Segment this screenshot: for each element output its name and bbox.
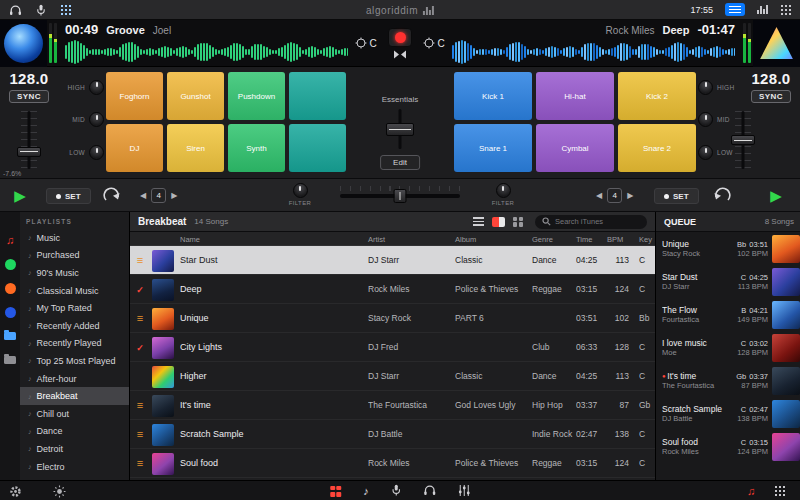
column-bpm[interactable]: BPM	[607, 235, 623, 244]
sources-grid-icon[interactable]	[773, 484, 787, 498]
queue-item[interactable]: I love music Moe C03:02 128 BPM	[656, 331, 800, 364]
playlist-item[interactable]: ♪ Chill out	[20, 405, 129, 423]
beatport-source-icon[interactable]	[4, 306, 16, 318]
queue-item[interactable]: Unique Stacy Rock Bb03:51 102 BPM	[656, 232, 800, 265]
spotify-source-icon[interactable]	[4, 258, 16, 270]
track-marker-icon[interactable]	[132, 428, 148, 440]
column-artist[interactable]: Artist	[368, 235, 385, 244]
deck-right-cue-jump-icon[interactable]	[712, 187, 732, 203]
grid-view-icon[interactable]	[513, 217, 523, 227]
sample-pack-name[interactable]: Essentials	[348, 95, 452, 104]
playlist-item[interactable]: ♪ Recently Added	[20, 317, 129, 335]
sample-pad[interactable]: Gunshot	[167, 72, 224, 120]
queue-item[interactable]: Star Dust DJ Starr C04:25 113 BPM	[656, 265, 800, 298]
sample-pad[interactable]: Pushdown	[228, 72, 285, 120]
list-view-icon[interactable]	[473, 217, 484, 226]
deck-right-waveform[interactable]	[452, 38, 735, 66]
deck-right-sync-button[interactable]: SYNC	[751, 90, 791, 103]
track-row[interactable]: Unique Stacy Rock PART 6 03:51 102 Bb	[130, 304, 655, 333]
music-note-icon[interactable]: ♪	[363, 484, 369, 498]
playlist-item[interactable]: ♪ Purchased	[20, 247, 129, 265]
playlist-item[interactable]: ♪ Detroit	[20, 440, 129, 458]
column-album[interactable]: Album	[455, 235, 476, 244]
loop-increase-icon[interactable]: ▶	[627, 191, 633, 200]
list-view-toggle-icon[interactable]	[725, 3, 745, 16]
microphone-icon[interactable]	[391, 482, 401, 500]
queue-item[interactable]: Scratch Sample DJ Battle C02:47 138 BPM	[656, 397, 800, 430]
deck-left-sync-button[interactable]: SYNC	[9, 90, 49, 103]
sample-pad[interactable]: DJ	[106, 124, 163, 172]
search-input[interactable]	[555, 217, 640, 226]
eq-high-knob[interactable]	[89, 80, 104, 95]
loop-decrease-icon[interactable]: ◀	[140, 191, 146, 200]
crossfader-thumb[interactable]	[394, 189, 407, 203]
files-folder-icon[interactable]	[4, 330, 16, 342]
track-row[interactable]: City Lights DJ Fred Club 06:33 128 C	[130, 333, 655, 362]
track-marker-icon[interactable]	[132, 254, 148, 266]
column-genre[interactable]: Genre	[532, 235, 553, 244]
track-row[interactable]: Soul food Rock Miles Police & Thieves Re…	[130, 449, 655, 478]
eq-low-knob[interactable]	[89, 145, 104, 160]
playlist-item[interactable]: ♪ Dance	[20, 423, 129, 441]
sample-pad[interactable]: Hi-hat	[536, 72, 614, 120]
playlist-item[interactable]: ♪ Classical Music	[20, 282, 129, 300]
headphones-icon[interactable]	[423, 482, 436, 500]
track-marker-icon[interactable]	[132, 399, 148, 411]
eq-mid-knob[interactable]	[698, 112, 713, 127]
track-marker-icon[interactable]	[132, 312, 148, 324]
eq-high-knob[interactable]	[698, 80, 713, 95]
sample-pad[interactable]	[289, 124, 346, 172]
sampler-fader-thumb[interactable]	[386, 123, 414, 136]
levels-icon[interactable]	[757, 5, 768, 14]
loop-length-value[interactable]: 4	[607, 188, 622, 203]
deck-right-pitch-fader[interactable]	[730, 111, 756, 169]
deck-left-play-button[interactable]: ▶	[8, 185, 32, 207]
loop-increase-icon[interactable]: ▶	[171, 191, 177, 200]
sample-pad[interactable]: Foghorn	[106, 72, 163, 120]
playlist-item[interactable]: ♪ 90's Music	[20, 264, 129, 282]
playlist-item[interactable]: ♪ Electro	[20, 458, 129, 476]
sample-pad[interactable]: Cymbal	[536, 124, 614, 172]
pitch-fader-thumb[interactable]	[731, 135, 755, 145]
track-marker-icon[interactable]	[132, 341, 148, 353]
filter-knob[interactable]	[496, 183, 511, 198]
apps-grid-icon[interactable]	[780, 4, 792, 16]
column-key[interactable]: Key	[639, 235, 652, 244]
itunes-source-icon[interactable]: ♫	[4, 234, 16, 246]
deck-left-waveform[interactable]	[65, 38, 348, 66]
sample-pad[interactable]: Snare 2	[618, 124, 696, 172]
loop-length-value[interactable]: 4	[151, 188, 166, 203]
sample-pad[interactable]: Kick 1	[454, 72, 532, 120]
sample-pad[interactable]: Snare 1	[454, 124, 532, 172]
queue-item[interactable]: It's time The Fourtastica Gb03:37 87 BPM	[656, 364, 800, 397]
track-row[interactable]: Scratch Sample DJ Battle Indie Rock 02:4…	[130, 420, 655, 449]
column-time[interactable]: Time	[576, 235, 592, 244]
sample-pad[interactable]: Siren	[167, 124, 224, 172]
deck-left-cue-set-button[interactable]: SET	[46, 188, 91, 204]
search-box[interactable]	[535, 215, 647, 229]
pitch-fader-thumb[interactable]	[17, 147, 41, 157]
queue-item[interactable]: Soul food Rock Miles C03:15 124 BPM	[656, 430, 800, 463]
track-marker-icon[interactable]	[132, 457, 148, 469]
loop-decrease-icon[interactable]: ◀	[596, 191, 602, 200]
queue-item[interactable]: The Flow Fourtastica B04:21 149 BPM	[656, 298, 800, 331]
eq-low-knob[interactable]	[698, 145, 713, 160]
settings-gear-icon[interactable]	[8, 484, 22, 498]
playlist-item[interactable]: ♪ Recently Played	[20, 335, 129, 353]
sample-pad[interactable]: Synth	[228, 124, 285, 172]
table-column-header[interactable]: Name Artist Album Genre Time BPM Key	[130, 232, 655, 246]
deck-left-pitch-fader[interactable]	[16, 111, 42, 169]
playlist-item[interactable]: ♪ Top 25 Most Played	[20, 352, 129, 370]
track-row[interactable]: Higher DJ Starr Classic Dance 04:25 113 …	[130, 362, 655, 391]
headphones-icon[interactable]	[8, 3, 22, 17]
track-row[interactable]: Star Dust DJ Starr Classic Dance 04:25 1…	[130, 246, 655, 275]
sampler-volume-fader[interactable]	[386, 109, 414, 149]
eq-mid-knob[interactable]	[89, 112, 104, 127]
playlist-item[interactable]: ♪ My Top Rated	[20, 299, 129, 317]
crossfader[interactable]	[340, 186, 460, 204]
soundcloud-source-icon[interactable]	[4, 282, 16, 294]
brightness-icon[interactable]	[52, 484, 66, 498]
record-button[interactable]	[388, 28, 412, 47]
track-marker-icon[interactable]	[132, 283, 148, 295]
deck-left-cue-jump-icon[interactable]	[102, 187, 122, 203]
